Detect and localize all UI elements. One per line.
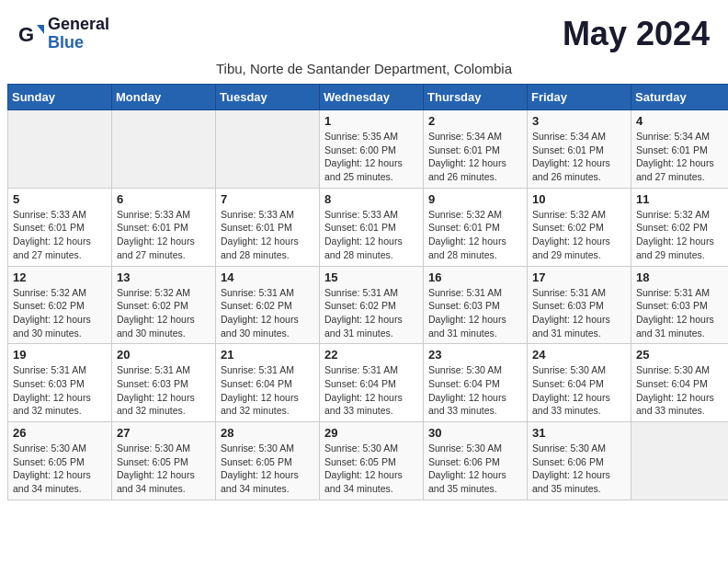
calendar-cell xyxy=(216,110,320,189)
weekday-header-thursday: Thursday xyxy=(424,85,528,110)
weekday-header-monday: Monday xyxy=(112,85,216,110)
day-number: 25 xyxy=(636,348,728,362)
day-number: 31 xyxy=(532,426,626,440)
weekday-header-friday: Friday xyxy=(528,85,631,110)
weekday-header-sunday: Sunday xyxy=(8,85,112,110)
day-number: 20 xyxy=(117,348,210,362)
calendar-table: SundayMondayTuesdayWednesdayThursdayFrid… xyxy=(7,84,728,500)
month-title: May 2024 xyxy=(563,15,710,53)
calendar-cell: 29Sunrise: 5:30 AMSunset: 6:05 PMDayligh… xyxy=(320,422,424,500)
calendar-cell: 7Sunrise: 5:33 AMSunset: 6:01 PMDaylight… xyxy=(216,188,320,266)
day-info: Sunrise: 5:35 AMSunset: 6:00 PMDaylight:… xyxy=(324,130,418,184)
day-info: Sunrise: 5:33 AMSunset: 6:01 PMDaylight:… xyxy=(324,208,418,262)
day-number: 8 xyxy=(324,192,418,206)
svg-text:G: G xyxy=(18,23,34,46)
day-number: 10 xyxy=(532,192,626,206)
day-info: Sunrise: 5:31 AMSunset: 6:04 PMDaylight:… xyxy=(324,363,418,418)
calendar-cell: 25Sunrise: 5:30 AMSunset: 6:04 PMDayligh… xyxy=(631,344,729,422)
calendar-cell: 18Sunrise: 5:31 AMSunset: 6:03 PMDayligh… xyxy=(631,266,729,344)
subtitle: Tibu, Norte de Santander Department, Col… xyxy=(0,57,728,84)
calendar-cell: 3Sunrise: 5:34 AMSunset: 6:01 PMDaylight… xyxy=(528,110,631,189)
day-info: Sunrise: 5:30 AMSunset: 6:05 PMDaylight:… xyxy=(221,442,314,496)
day-info: Sunrise: 5:34 AMSunset: 6:01 PMDaylight:… xyxy=(428,130,522,184)
day-info: Sunrise: 5:30 AMSunset: 6:06 PMDaylight:… xyxy=(428,442,522,496)
calendar-cell: 6Sunrise: 5:33 AMSunset: 6:01 PMDaylight… xyxy=(112,188,216,266)
day-info: Sunrise: 5:30 AMSunset: 6:05 PMDaylight:… xyxy=(117,442,210,496)
day-info: Sunrise: 5:31 AMSunset: 6:03 PMDaylight:… xyxy=(117,363,210,418)
day-number: 3 xyxy=(532,114,626,128)
day-info: Sunrise: 5:30 AMSunset: 6:04 PMDaylight:… xyxy=(428,363,522,418)
calendar-week-row-5: 26Sunrise: 5:30 AMSunset: 6:05 PMDayligh… xyxy=(8,422,729,500)
day-info: Sunrise: 5:31 AMSunset: 6:03 PMDaylight:… xyxy=(13,363,107,418)
calendar-cell: 9Sunrise: 5:32 AMSunset: 6:01 PMDaylight… xyxy=(424,188,528,266)
calendar-cell: 23Sunrise: 5:30 AMSunset: 6:04 PMDayligh… xyxy=(424,344,528,422)
calendar-cell: 16Sunrise: 5:31 AMSunset: 6:03 PMDayligh… xyxy=(424,266,528,344)
header: G General Blue May 2024 xyxy=(0,0,728,57)
day-number: 30 xyxy=(428,426,522,440)
day-number: 15 xyxy=(324,270,418,284)
day-info: Sunrise: 5:31 AMSunset: 6:03 PMDaylight:… xyxy=(532,286,626,340)
day-number: 4 xyxy=(636,114,728,128)
day-number: 16 xyxy=(428,270,522,284)
day-info: Sunrise: 5:30 AMSunset: 6:04 PMDaylight:… xyxy=(636,363,728,418)
calendar-cell: 19Sunrise: 5:31 AMSunset: 6:03 PMDayligh… xyxy=(8,344,112,422)
calendar-cell: 22Sunrise: 5:31 AMSunset: 6:04 PMDayligh… xyxy=(320,344,424,422)
day-number: 24 xyxy=(532,348,626,362)
day-info: Sunrise: 5:31 AMSunset: 6:03 PMDaylight:… xyxy=(636,286,728,340)
day-info: Sunrise: 5:31 AMSunset: 6:03 PMDaylight:… xyxy=(428,286,522,340)
day-info: Sunrise: 5:32 AMSunset: 6:02 PMDaylight:… xyxy=(532,208,626,262)
calendar-week-row-3: 12Sunrise: 5:32 AMSunset: 6:02 PMDayligh… xyxy=(8,266,729,344)
logo-blue: Blue xyxy=(48,34,109,52)
day-info: Sunrise: 5:33 AMSunset: 6:01 PMDaylight:… xyxy=(221,208,314,262)
calendar-cell: 1Sunrise: 5:35 AMSunset: 6:00 PMDaylight… xyxy=(320,110,424,189)
calendar-cell: 21Sunrise: 5:31 AMSunset: 6:04 PMDayligh… xyxy=(216,344,320,422)
calendar-cell: 28Sunrise: 5:30 AMSunset: 6:05 PMDayligh… xyxy=(216,422,320,500)
calendar-cell: 24Sunrise: 5:30 AMSunset: 6:04 PMDayligh… xyxy=(528,344,631,422)
logo-general: General xyxy=(48,16,109,34)
day-info: Sunrise: 5:32 AMSunset: 6:02 PMDaylight:… xyxy=(117,286,210,340)
weekday-header-tuesday: Tuesday xyxy=(216,85,320,110)
day-info: Sunrise: 5:31 AMSunset: 6:02 PMDaylight:… xyxy=(324,286,418,340)
day-number: 27 xyxy=(117,426,210,440)
calendar-cell: 2Sunrise: 5:34 AMSunset: 6:01 PMDaylight… xyxy=(424,110,528,189)
calendar-cell: 14Sunrise: 5:31 AMSunset: 6:02 PMDayligh… xyxy=(216,266,320,344)
logo: G General Blue xyxy=(18,16,109,52)
day-number: 18 xyxy=(636,270,728,284)
calendar-cell: 11Sunrise: 5:32 AMSunset: 6:02 PMDayligh… xyxy=(631,188,729,266)
day-info: Sunrise: 5:30 AMSunset: 6:05 PMDaylight:… xyxy=(324,442,418,496)
calendar-cell: 30Sunrise: 5:30 AMSunset: 6:06 PMDayligh… xyxy=(424,422,528,500)
day-number: 26 xyxy=(13,426,107,440)
weekday-header-saturday: Saturday xyxy=(631,85,729,110)
calendar-cell: 12Sunrise: 5:32 AMSunset: 6:02 PMDayligh… xyxy=(8,266,112,344)
calendar-cell: 17Sunrise: 5:31 AMSunset: 6:03 PMDayligh… xyxy=(528,266,631,344)
calendar-week-row-4: 19Sunrise: 5:31 AMSunset: 6:03 PMDayligh… xyxy=(8,344,729,422)
calendar-cell: 20Sunrise: 5:31 AMSunset: 6:03 PMDayligh… xyxy=(112,344,216,422)
day-info: Sunrise: 5:30 AMSunset: 6:05 PMDaylight:… xyxy=(13,442,107,496)
day-number: 23 xyxy=(428,348,522,362)
day-info: Sunrise: 5:32 AMSunset: 6:02 PMDaylight:… xyxy=(13,286,107,340)
weekday-header-wednesday: Wednesday xyxy=(320,85,424,110)
day-number: 6 xyxy=(117,192,210,206)
day-info: Sunrise: 5:32 AMSunset: 6:01 PMDaylight:… xyxy=(428,208,522,262)
day-info: Sunrise: 5:33 AMSunset: 6:01 PMDaylight:… xyxy=(13,208,107,262)
day-info: Sunrise: 5:33 AMSunset: 6:01 PMDaylight:… xyxy=(117,208,210,262)
day-info: Sunrise: 5:31 AMSunset: 6:04 PMDaylight:… xyxy=(221,363,314,418)
weekday-header-row: SundayMondayTuesdayWednesdayThursdayFrid… xyxy=(8,85,729,110)
logo-icon: G xyxy=(18,21,44,47)
calendar-cell: 4Sunrise: 5:34 AMSunset: 6:01 PMDaylight… xyxy=(631,110,729,189)
day-number: 12 xyxy=(13,270,107,284)
day-info: Sunrise: 5:31 AMSunset: 6:02 PMDaylight:… xyxy=(221,286,314,340)
day-number: 14 xyxy=(221,270,314,284)
day-number: 2 xyxy=(428,114,522,128)
day-number: 13 xyxy=(117,270,210,284)
calendar-cell: 26Sunrise: 5:30 AMSunset: 6:05 PMDayligh… xyxy=(8,422,112,500)
day-number: 17 xyxy=(532,270,626,284)
day-number: 11 xyxy=(636,192,728,206)
day-number: 1 xyxy=(324,114,418,128)
calendar-week-row-2: 5Sunrise: 5:33 AMSunset: 6:01 PMDaylight… xyxy=(8,188,729,266)
calendar-cell: 27Sunrise: 5:30 AMSunset: 6:05 PMDayligh… xyxy=(112,422,216,500)
calendar-cell: 10Sunrise: 5:32 AMSunset: 6:02 PMDayligh… xyxy=(528,188,631,266)
calendar-cell: 15Sunrise: 5:31 AMSunset: 6:02 PMDayligh… xyxy=(320,266,424,344)
day-number: 28 xyxy=(221,426,314,440)
svg-marker-1 xyxy=(37,25,44,34)
